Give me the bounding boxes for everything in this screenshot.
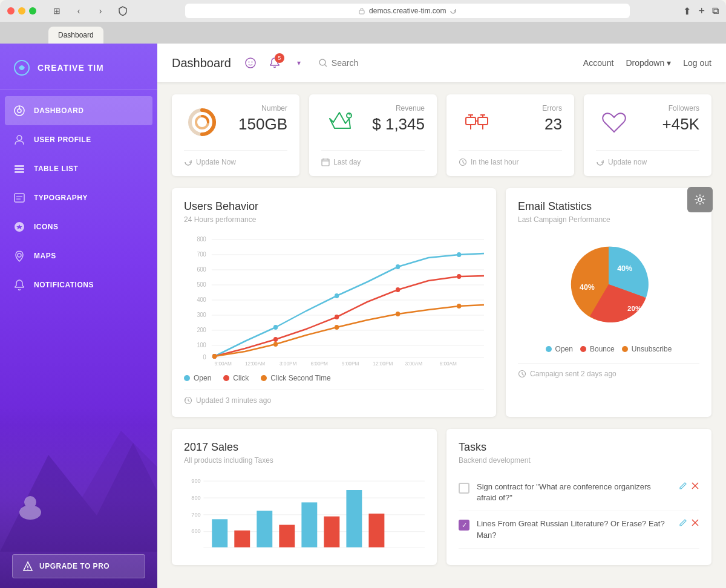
svg-line-43 xyxy=(463,162,465,164)
tabs-icon[interactable]: ⧉ xyxy=(712,5,719,16)
task-delete-button[interactable] xyxy=(691,518,699,529)
svg-point-82 xyxy=(335,325,339,330)
email-subtitle: Last Campaign Performance xyxy=(518,215,699,224)
chart-footer-text: Updated 3 minutes ago xyxy=(196,396,271,405)
close-icon xyxy=(691,518,699,527)
sidebar-item-dashboard[interactable]: DASHBOARD xyxy=(5,96,152,125)
topnav-notifications-button[interactable]: 5 xyxy=(265,53,284,73)
sales-title: 2017 Sales xyxy=(184,441,425,454)
sidebar-item-typography[interactable]: TYPOGRAPHY xyxy=(0,183,157,212)
sidebar-item-table-list[interactable]: TABLE LIST xyxy=(0,154,157,183)
svg-rect-28 xyxy=(322,159,329,166)
sidebar-item-label: TYPOGRAPHY xyxy=(34,194,88,202)
refresh-icon xyxy=(596,158,604,166)
edit-icon xyxy=(679,482,687,490)
sidebar-item-user-profile[interactable]: USER PROFILE xyxy=(0,125,157,154)
upgrade-to-pro-button[interactable]: UPGRADE TO PRO xyxy=(12,554,145,578)
followers-icon xyxy=(596,104,632,140)
browser-chrome: ⊞ ‹ › demos.creative-tim.com ⬆ + ⧉ Dashb… xyxy=(0,0,726,44)
task-checkbox-2[interactable]: ✓ xyxy=(459,520,469,531)
stat-value: $ 1,345 xyxy=(367,115,425,134)
tasks-subtitle: Backend development xyxy=(459,456,699,465)
svg-text:300: 300 xyxy=(197,312,206,318)
svg-text:12:00PM: 12:00PM xyxy=(373,361,393,367)
svg-text:12:00AM: 12:00AM xyxy=(245,361,265,367)
tasks-list: Sign contract for "What are conference o… xyxy=(459,474,699,549)
unsubscribe-dot xyxy=(622,346,628,352)
stat-label: Errors xyxy=(505,104,562,113)
gear-icon xyxy=(694,194,706,206)
stat-value: +45K xyxy=(642,115,699,134)
topnav-icon-group: 5 ▾ xyxy=(241,53,309,73)
chart-footer: Updated 3 minutes ago xyxy=(184,390,484,405)
logout-link[interactable]: Log out xyxy=(683,58,711,68)
address-bar[interactable]: demos.creative-tim.com xyxy=(185,4,630,18)
browser-tab[interactable]: Dashboard xyxy=(48,27,103,44)
svg-point-10 xyxy=(17,136,22,140)
svg-point-21 xyxy=(248,62,249,63)
settings-button[interactable] xyxy=(687,187,713,212)
sidebar-item-label: TABLE LIST xyxy=(34,165,78,173)
sidebar-toggle-icon[interactable]: ⊞ xyxy=(48,5,65,17)
task-checkbox-1[interactable] xyxy=(459,483,469,494)
maximize-button[interactable] xyxy=(29,7,36,15)
click-dot xyxy=(223,375,229,381)
topnav-chevron-button[interactable]: ▾ xyxy=(289,53,309,73)
sidebar-item-icons[interactable]: ICONS xyxy=(0,212,157,241)
new-tab-icon[interactable]: + xyxy=(698,5,705,18)
svg-point-72 xyxy=(335,293,339,298)
topnav-smiley-button[interactable] xyxy=(241,53,260,73)
task-delete-button[interactable] xyxy=(691,482,699,492)
svg-line-93 xyxy=(522,374,524,376)
task-2-actions xyxy=(679,518,699,529)
sidebar-item-label: USER PROFILE xyxy=(34,136,91,144)
svg-rect-107 xyxy=(301,502,317,547)
account-link[interactable]: Account xyxy=(583,58,614,68)
brand-icon xyxy=(12,58,31,77)
back-icon[interactable]: ‹ xyxy=(70,5,87,17)
svg-rect-13 xyxy=(15,171,24,173)
shield-icon xyxy=(118,6,128,16)
svg-point-6 xyxy=(20,66,24,70)
upgrade-label: UPGRADE TO PRO xyxy=(39,562,110,570)
minimize-button[interactable] xyxy=(18,7,25,15)
share-icon[interactable]: ⬆ xyxy=(683,5,691,17)
task-text-2: Lines From Great Russian Literature? Or … xyxy=(477,518,672,540)
close-button[interactable] xyxy=(7,7,15,15)
bottom-row: 2017 Sales All products including Taxes … xyxy=(172,429,711,565)
sidebar-item-notifications[interactable]: NOTIFICATIONS xyxy=(0,270,157,299)
svg-rect-32 xyxy=(466,117,476,125)
svg-rect-14 xyxy=(15,194,24,202)
stat-footer: Update now xyxy=(596,150,699,166)
task-edit-button[interactable] xyxy=(679,482,687,492)
legend-item-click2: Click Second Time xyxy=(261,374,330,382)
task-text-1: Sign contract for "What are conference o… xyxy=(477,482,672,503)
svg-text:500: 500 xyxy=(197,281,206,288)
svg-point-86 xyxy=(698,198,702,201)
legend-item-open: Open xyxy=(184,374,211,382)
legend-open: Open xyxy=(546,345,573,353)
dropdown-label: Dropdown xyxy=(626,58,664,68)
email-footer-text: Campaign sent 2 days ago xyxy=(530,370,616,378)
svg-text:3:00AM: 3:00AM xyxy=(405,361,422,367)
legend-bounce: Bounce xyxy=(580,345,615,353)
icons-icon xyxy=(12,220,27,234)
tasks-card: Tasks Backend development Sign contract … xyxy=(446,429,711,565)
legend-label: Click Second Time xyxy=(270,374,330,382)
refresh-icon xyxy=(184,158,192,166)
svg-point-22 xyxy=(251,62,252,63)
stat-value: 150GB xyxy=(230,115,287,134)
refresh-icon[interactable] xyxy=(450,7,457,15)
dropdown-button[interactable]: Dropdown ▾ xyxy=(626,58,671,68)
sidebar: CREATIVE TIM DASHBOARD USER PROFILE xyxy=(0,44,157,588)
sidebar-item-label: NOTIFICATIONS xyxy=(34,281,94,289)
search-input[interactable] xyxy=(332,58,437,68)
sidebar-item-maps[interactable]: MAPS xyxy=(0,241,157,270)
sales-card: 2017 Sales All products including Taxes … xyxy=(172,429,437,565)
svg-text:700: 700 xyxy=(191,512,200,518)
forward-icon[interactable]: › xyxy=(92,5,109,17)
svg-rect-0 xyxy=(359,10,364,14)
svg-text:800: 800 xyxy=(197,236,206,243)
task-edit-button[interactable] xyxy=(679,518,687,529)
svg-point-77 xyxy=(335,315,339,319)
